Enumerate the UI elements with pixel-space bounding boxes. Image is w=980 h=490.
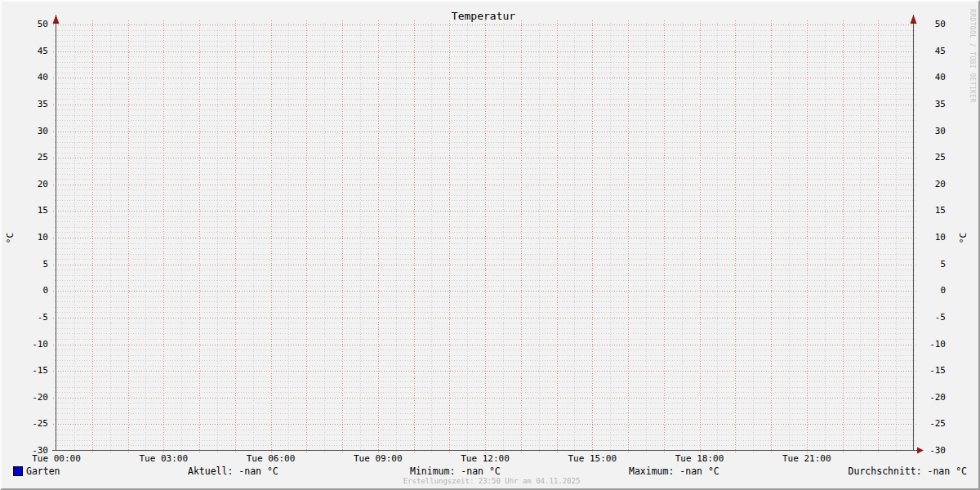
y-tick-label-left: 10 xyxy=(16,233,48,243)
y-tick-label-right: -5 xyxy=(913,313,946,323)
x-tick-label: Tue 09:00 xyxy=(341,454,415,464)
x-tick-label: Tue 03:00 xyxy=(127,454,200,464)
y-tick-label-left: 25 xyxy=(16,153,48,163)
y-tick-label-left: 30 xyxy=(16,127,48,136)
y-tick-label-right: -20 xyxy=(913,393,946,403)
y-tick-label-left: 45 xyxy=(16,47,48,56)
y-tick-label-right: -30 xyxy=(913,446,946,456)
x-tick-label: Tue 18:00 xyxy=(663,454,737,464)
y-tick-label-right: 40 xyxy=(913,73,946,82)
legend-swatch-garten xyxy=(13,466,23,476)
creation-timestamp: Erstellungszeit: 23:50 Uhr am 04.11.2025 xyxy=(2,477,980,485)
stat-maximum: Maximum: -nan °C xyxy=(629,466,719,477)
x-tick-label: Tue 06:00 xyxy=(234,454,308,464)
x-tick-label: Tue 00:00 xyxy=(20,454,93,464)
y-tick-label-right: 30 xyxy=(913,127,946,136)
y-tick-label-right: 0 xyxy=(913,286,946,296)
y-tick-label-right: 25 xyxy=(913,153,946,163)
x-tick-label: Tue 15:00 xyxy=(555,454,629,464)
y-axis-unit-left: °C xyxy=(5,222,16,255)
stat-minimum: Minimum: -nan °C xyxy=(410,466,501,477)
y-tick-label-left: -25 xyxy=(16,419,48,429)
y-tick-label-left: 5 xyxy=(16,260,48,270)
y-tick-label-right: 50 xyxy=(913,20,946,29)
plot-area xyxy=(2,2,980,490)
watermark: RRDTOOL / TOBI OETIKER xyxy=(968,9,976,99)
stat-aktuell: Aktuell: -nan °C xyxy=(188,466,278,477)
y-tick-label-right: 45 xyxy=(913,47,946,56)
y-tick-label-right: -10 xyxy=(913,340,946,350)
y-tick-label-left: 15 xyxy=(16,206,48,216)
y-tick-label-right: 15 xyxy=(913,206,946,216)
y-tick-label-left: -20 xyxy=(16,393,48,403)
legend-label-garten: Garten xyxy=(26,466,60,477)
y-tick-label-left: 0 xyxy=(16,286,48,296)
y-tick-label-right: 10 xyxy=(913,233,946,243)
y-tick-label-left: -10 xyxy=(16,340,48,350)
y-tick-label-right: 20 xyxy=(913,180,946,189)
y-tick-label-left: 20 xyxy=(16,180,48,189)
y-tick-label-left: 35 xyxy=(16,100,48,109)
y-tick-label-right: -15 xyxy=(913,366,946,376)
stat-durchschnitt: Durchschnitt: -nan °C xyxy=(849,466,967,477)
y-tick-label-right: 35 xyxy=(913,100,946,109)
x-tick-label: Tue 21:00 xyxy=(770,454,844,464)
rrdtool-graph: Temperatur 50454035302520151050-5-10-15-… xyxy=(0,0,980,490)
y-tick-label-left: 50 xyxy=(16,20,48,29)
y-axis-unit-right: °C xyxy=(958,222,969,255)
y-tick-label-left: -15 xyxy=(16,366,48,376)
y-tick-label-right: 5 xyxy=(913,260,946,270)
y-tick-label-right: -25 xyxy=(913,419,946,429)
y-tick-label-left: -5 xyxy=(16,313,48,323)
x-tick-label: Tue 12:00 xyxy=(448,454,522,464)
y-tick-label-left: 40 xyxy=(16,73,48,82)
